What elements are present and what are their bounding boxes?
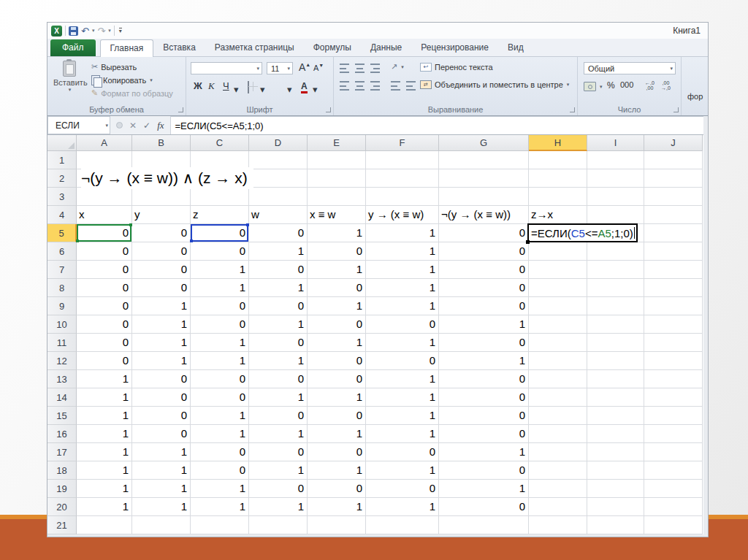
cell-B18[interactable]: 1: [132, 461, 191, 480]
cell-J9[interactable]: [644, 297, 703, 315]
font-color-dropdown-icon[interactable]: ▾: [313, 84, 318, 95]
cell-C13[interactable]: 0: [191, 370, 249, 388]
cell-G4[interactable]: ¬(y → (x ≡ w)): [439, 206, 529, 224]
tab-page-layout[interactable]: Разметка страницы: [205, 39, 304, 56]
name-box-dropdown-icon[interactable]: ▾: [105, 123, 108, 129]
excel-logo-icon[interactable]: X: [51, 26, 62, 37]
cell-E13[interactable]: 0: [308, 370, 366, 388]
cell-F6[interactable]: 1: [366, 242, 439, 261]
cell-H18[interactable]: [529, 461, 587, 480]
cell-D2[interactable]: [249, 169, 308, 188]
grow-font-button[interactable]: А▲: [299, 61, 310, 73]
cell-F11[interactable]: 1: [366, 334, 439, 352]
row-header-14[interactable]: 14: [47, 388, 77, 407]
cell-A16[interactable]: 1: [77, 425, 132, 443]
cell-J5[interactable]: [644, 224, 703, 242]
align-bottom-button[interactable]: [370, 64, 380, 73]
cell-I3[interactable]: [587, 188, 644, 206]
row-header-11[interactable]: 11: [47, 334, 77, 352]
cell-H20[interactable]: [529, 498, 587, 516]
cell-B4[interactable]: y: [132, 206, 191, 224]
cell-C15[interactable]: 1: [191, 407, 249, 425]
cell-I6[interactable]: [587, 242, 644, 261]
borders-dropdown-icon[interactable]: ▾: [260, 84, 265, 95]
cell-A21[interactable]: [77, 516, 132, 534]
cell-C20[interactable]: 1: [191, 498, 249, 516]
cell-G11[interactable]: 0: [439, 334, 529, 352]
row-header-6[interactable]: 6: [47, 242, 77, 261]
cell-F15[interactable]: 1: [366, 407, 439, 425]
cell-A15[interactable]: 1: [77, 407, 132, 425]
bold-button[interactable]: Ж: [194, 80, 202, 91]
cell-H5[interactable]: =ЕСЛИ(C5<=A5;1;0): [529, 224, 587, 242]
cell-A5[interactable]: 0: [77, 224, 132, 242]
cell-F19[interactable]: 0: [366, 480, 439, 498]
column-header-J[interactable]: J: [644, 135, 703, 151]
cell-I11[interactable]: [587, 334, 644, 352]
row-header-3[interactable]: 3: [47, 188, 77, 206]
cell-D3[interactable]: [249, 188, 308, 206]
cell-C18[interactable]: 0: [191, 461, 249, 480]
cell-D14[interactable]: 1: [249, 388, 308, 407]
cell-C8[interactable]: 1: [191, 279, 249, 297]
cell-F3[interactable]: [366, 188, 439, 206]
cell-E18[interactable]: 1: [308, 461, 366, 480]
cell-H1[interactable]: [529, 151, 587, 169]
align-top-button[interactable]: [340, 64, 349, 73]
row-header-5[interactable]: 5: [47, 224, 77, 242]
cell-A11[interactable]: 0: [77, 334, 132, 352]
cell-G18[interactable]: 0: [439, 461, 529, 480]
cell-G19[interactable]: 1: [439, 480, 529, 498]
cell-I17[interactable]: [587, 443, 644, 461]
cell-H3[interactable]: [529, 188, 587, 206]
tab-formulas[interactable]: Формулы: [304, 39, 361, 56]
cell-C10[interactable]: 0: [191, 315, 249, 334]
cell-G8[interactable]: 0: [439, 279, 529, 297]
row-header-12[interactable]: 12: [47, 352, 77, 370]
redo-dropdown-icon[interactable]: ▾: [108, 28, 111, 34]
paste-dropdown-icon[interactable]: ▾: [54, 87, 85, 93]
cell-F17[interactable]: 0: [366, 443, 439, 461]
number-dialog-launcher[interactable]: [673, 107, 679, 112]
cell-H17[interactable]: [529, 443, 587, 461]
cell-I10[interactable]: [587, 315, 644, 334]
cell-I19[interactable]: [587, 480, 644, 498]
cell-A14[interactable]: 1: [77, 388, 132, 407]
cell-B21[interactable]: [132, 516, 191, 534]
cell-E17[interactable]: 0: [308, 443, 366, 461]
cell-F21[interactable]: [366, 516, 439, 534]
cell-I7[interactable]: [587, 261, 644, 279]
number-format-select[interactable]: Общий ▾: [584, 62, 676, 74]
cell-E9[interactable]: 1: [308, 297, 366, 315]
cell-A18[interactable]: 1: [77, 461, 132, 480]
cell-A2[interactable]: ¬(y → (x ≡ w)) ∧ (z → x): [77, 169, 132, 188]
cell-F2[interactable]: [366, 169, 439, 188]
cell-H14[interactable]: [529, 388, 587, 407]
cell-D5[interactable]: 0: [249, 224, 308, 242]
cell-B8[interactable]: 0: [132, 279, 191, 297]
cell-I8[interactable]: [587, 279, 644, 297]
underline-button[interactable]: Ч: [223, 80, 229, 91]
column-header-I[interactable]: I: [587, 135, 644, 151]
row-header-18[interactable]: 18: [47, 461, 77, 480]
cell-I2[interactable]: [587, 169, 644, 188]
cell-C3[interactable]: [191, 188, 249, 206]
cell-E8[interactable]: 0: [308, 279, 366, 297]
borders-button[interactable]: [248, 82, 249, 93]
cell-B7[interactable]: 0: [132, 261, 191, 279]
tab-file[interactable]: Файл: [50, 39, 96, 56]
align-left-button[interactable]: [340, 81, 349, 91]
row-header-8[interactable]: 8: [47, 279, 77, 297]
row-header-16[interactable]: 16: [47, 425, 77, 443]
cell-G2[interactable]: [439, 169, 529, 188]
cell-H8[interactable]: [529, 279, 587, 297]
cell-J2[interactable]: [644, 169, 703, 188]
cell-E5[interactable]: 1: [308, 224, 366, 242]
undo-dropdown-icon[interactable]: ▾: [92, 28, 95, 34]
cell-A20[interactable]: 1: [77, 498, 132, 516]
cell-D9[interactable]: 0: [249, 297, 308, 315]
cell-J1[interactable]: [644, 151, 703, 169]
column-header-B[interactable]: B: [132, 135, 191, 151]
cell-B13[interactable]: 0: [132, 370, 191, 388]
cell-J7[interactable]: [644, 261, 703, 279]
